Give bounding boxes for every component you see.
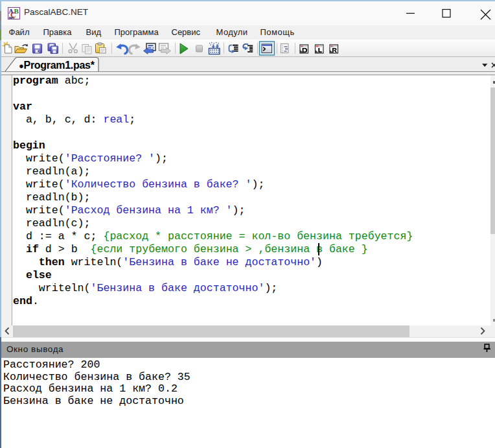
- svg-text:net: net: [9, 15, 16, 19]
